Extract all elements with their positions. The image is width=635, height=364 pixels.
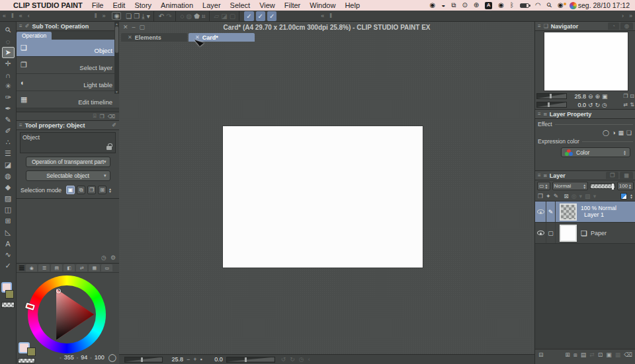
layer-footer-icon[interactable]: ⌫ [624,351,632,359]
dock-arrow-icon[interactable]: ‖ [11,13,14,19]
navigator-zoom-icon[interactable]: ▣ [602,93,608,100]
snap-icon[interactable]: ✓ [256,11,265,21]
window-control-icon[interactable]: ✕ [123,24,128,30]
navigator-fit-icon[interactable]: ❐ [623,93,628,99]
background-color-swatch[interactable] [5,290,14,299]
tool-button[interactable]: ∴ [2,137,15,148]
layer-toggle-icon[interactable]: ▾ [579,193,583,200]
command-icon[interactable]: ↷ [166,11,171,21]
subtool-item[interactable]: ❐ Select layer [17,57,119,74]
tool-button[interactable]: ✓ [2,260,15,272]
document-tab[interactable]: ✕ Elements [121,33,187,42]
status-icon[interactable]: ᛒ [510,2,514,9]
blend-mode-dropdown[interactable]: Normal ▲▼ [552,182,589,190]
layer-thumbnail[interactable] [560,203,577,221]
command-icon[interactable]: ◍ [186,11,192,21]
canvas-page[interactable] [223,126,423,268]
command-icon[interactable]: ▱ [214,11,220,21]
zoom-slider[interactable] [124,357,163,363]
effect-icon[interactable]: ▦ [618,129,624,136]
selection-mode-button[interactable]: ❐ [87,186,96,194]
menu-item[interactable]: Select [230,1,251,9]
panel-menu-icon[interactable]: ≡ [538,172,541,178]
dock-arrow-icon[interactable]: « [19,13,22,19]
tool-button[interactable]: ✳ [2,81,15,92]
layer-footer-icon[interactable]: ⊡ [598,351,603,359]
layer-name[interactable]: Paper [591,231,607,237]
dock-arrow-icon[interactable]: « [321,13,324,19]
snap-icon[interactable]: ✓ [267,11,276,21]
dock-arrow-icon[interactable]: « [3,13,6,19]
menu-item[interactable]: View [259,1,275,9]
corner-icon[interactable]: ⚙ [110,254,116,261]
menu-item[interactable]: Story [134,1,151,9]
opacity-combo[interactable]: 100 ▲▼ [617,182,634,190]
tool-button[interactable]: ➤ [2,47,15,58]
layer-row[interactable]: ▢ ❏ Paper [535,223,635,244]
color-panel-tab[interactable]: ▤ [51,264,62,272]
layer-toggle-icon[interactable]: ▨ [585,193,591,200]
command-icon[interactable]: ⌗ [202,11,206,21]
subtool-group-tab[interactable]: Operation [17,32,52,40]
layer-footer-icon[interactable]: ⊞ [565,351,570,359]
navigator-rotation-slider[interactable] [536,102,567,108]
layer-toggle-icon[interactable]: ▾ [593,193,597,200]
navigator-flip-icon[interactable]: ⇅ [630,102,634,108]
close-tab-icon[interactable]: ✕ [128,34,132,40]
layer-toggle-icon[interactable]: ✦ [546,193,551,200]
layer-name[interactable]: Layer 1 [584,212,604,218]
statusbar-icon[interactable]: ↺ [281,356,286,363]
effect-icon[interactable]: ❏ [626,129,632,136]
layer-panel-tab[interactable]: ▦ [620,172,633,179]
subtool-footer-icon[interactable]: ⍗ [93,113,97,120]
color-panel-tab[interactable]: ▦ [89,264,100,272]
navigator-rotate-icon[interactable]: ↺ [588,102,593,108]
status-icon[interactable] [570,2,577,9]
menu-item[interactable]: Layer [202,1,221,9]
collapse-panel-icon[interactable]: ⊟ [538,351,544,358]
command-icon[interactable]: ↶ [159,11,164,21]
navigator-flip-icon[interactable]: ⇄ [624,102,628,108]
dock-arrow-icon[interactable]: › [622,13,624,19]
layer-edit-target-icon[interactable]: ▢ [546,223,556,243]
stepper-icon[interactable]: ▲▼ [630,194,633,199]
status-icon[interactable]: ⊙ [462,2,467,9]
expression-color-dropdown[interactable]: Color ▲▼ [561,147,630,157]
window-control-icon[interactable]: ▢ [140,24,146,30]
command-icon[interactable]: ❐ [134,11,140,21]
menu-item[interactable]: Filter [284,1,300,9]
transparent-color-swatch[interactable] [18,358,35,363]
navigator-tab[interactable]: ◔ [608,22,619,30]
menubar-clock[interactable]: seg. 28/10 17:12 [578,1,630,9]
transparent-part-dropdown[interactable]: Operation of transparent part ▾ [26,157,110,167]
color-panel-tab[interactable]: ▭ [101,264,112,272]
scroll-thumb[interactable] [115,26,118,53]
statusbar-icon[interactable]: ‹ [308,356,310,363]
zoom-out-icon[interactable]: − [187,356,190,363]
color-panel-tab[interactable]: ◧ [64,264,75,272]
layer-toggle-icon[interactable]: ✎ [554,193,559,200]
navigator-zoom-value[interactable]: 25.8 [569,93,586,100]
app-menu-title[interactable]: CLIP STUDIO PAINT [13,1,83,9]
transparent-color-swatch[interactable] [1,302,15,308]
panel-menu-icon[interactable]: ≡ [19,262,24,274]
tool-button[interactable]: ◆ [2,182,15,193]
subtool-item[interactable]: ◐ Light table [17,74,119,91]
status-icon[interactable]: ⚲ [545,1,553,9]
status-icon[interactable]: ⧉ [451,2,456,9]
rotation-value[interactable]: 0.0 [206,356,223,363]
tool-button[interactable]: ✑ [2,92,15,103]
subtool-footer-icon[interactable]: ⌫ [108,114,115,120]
command-icon[interactable]: ◪ [221,11,227,21]
scroll-down-icon[interactable]: ▼ [115,90,118,94]
status-icon[interactable]: ◉ [430,2,436,9]
status-icon[interactable]: ⊕ [474,2,479,9]
effect-icon[interactable]: ◑ [612,129,615,136]
document-titlebar[interactable]: Card* (A4 29.70 x 21.00cm 300dpi 25.8%) … [119,22,534,32]
pen-pressure-combo[interactable]: ▭ ▲▼ [537,182,550,190]
command-icon[interactable]: ⬟ [194,11,200,21]
layer-toggle-icon[interactable]: ◎ [572,193,577,200]
selection-mode-button[interactable]: ⧉ [77,186,85,194]
lock-icon[interactable] [106,146,112,150]
layer-footer-icon[interactable]: ⇄ [589,351,595,359]
